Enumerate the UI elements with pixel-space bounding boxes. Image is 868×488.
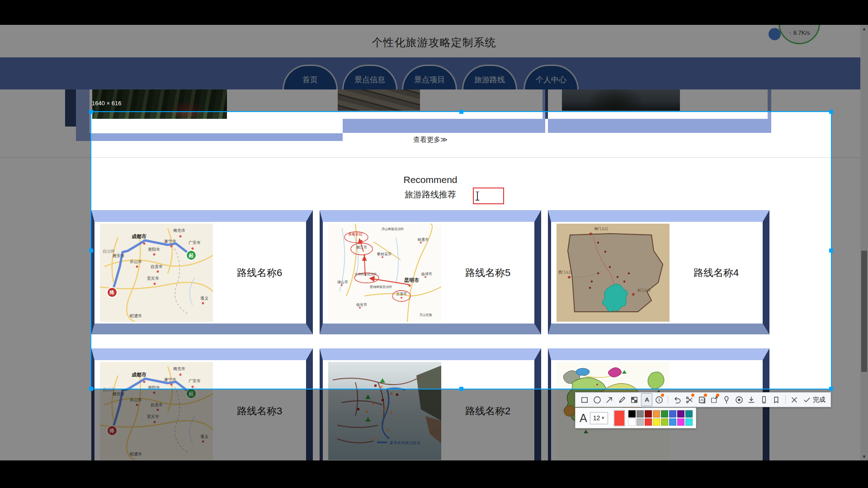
palette-color-6[interactable]: [677, 410, 684, 418]
palette-color-0[interactable]: [628, 410, 636, 418]
palette-color-15[interactable]: [685, 418, 693, 426]
selection-handle-sw[interactable]: [89, 387, 93, 391]
toolbar-separator: [668, 395, 668, 404]
font-size-value: 12: [593, 414, 600, 422]
palette-color-3[interactable]: [653, 410, 660, 418]
font-style-icon[interactable]: A: [580, 412, 587, 425]
new-feature-badge: [716, 394, 719, 397]
selection-handle-e[interactable]: [829, 249, 833, 253]
palette-color-12[interactable]: [661, 418, 668, 426]
palette-color-13[interactable]: [669, 418, 676, 426]
ocr-tool-icon[interactable]: A: [696, 393, 707, 406]
new-feature-badge: [661, 394, 664, 397]
new-feature-badge: [691, 394, 694, 397]
svg-text:A: A: [700, 398, 703, 402]
phone-tool-icon[interactable]: [759, 393, 769, 406]
selection-handle-s[interactable]: [459, 387, 463, 391]
current-color-swatch[interactable]: [613, 410, 625, 427]
dim-overlay-left: [0, 111, 90, 389]
selection-size-label: 1640 × 616: [92, 100, 121, 107]
pencil-tool-icon[interactable]: [616, 393, 627, 406]
selection-handle-se[interactable]: [829, 387, 833, 391]
palette-color-9[interactable]: [637, 418, 644, 426]
selection-handle-w[interactable]: [89, 249, 93, 253]
font-size-select[interactable]: 12 ▼: [590, 412, 608, 424]
palette-color-7[interactable]: [685, 410, 693, 418]
toolbar-separator: [785, 395, 786, 404]
ellipse-tool-icon[interactable]: [591, 393, 602, 406]
new-feature-badge: [704, 394, 707, 397]
svg-text:A: A: [645, 396, 649, 403]
svg-text:1: 1: [658, 398, 660, 402]
palette-color-1[interactable]: [637, 410, 644, 418]
palette-color-10[interactable]: [645, 418, 652, 426]
selection-handle-ne[interactable]: [829, 110, 833, 114]
rectangle-tool-icon[interactable]: [579, 393, 590, 406]
cancel-button-icon[interactable]: [789, 393, 800, 406]
mosaic-tool-icon[interactable]: [629, 393, 640, 406]
bookmark-tool-icon[interactable]: [771, 393, 782, 406]
crop-tool-icon[interactable]: [684, 393, 695, 406]
palette-color-2[interactable]: [645, 410, 652, 418]
step-number-tool-icon[interactable]: 1: [654, 393, 665, 406]
screen: 个性化旅游攻略定制系统 ↑ 8.7K/s 首页 景点信息 景点项目 旅游路线 个…: [0, 0, 868, 488]
color-palette: [628, 410, 693, 426]
text-tool-icon[interactable]: A: [641, 393, 652, 406]
annotation-toolbar: A1A完成: [575, 392, 831, 407]
palette-color-14[interactable]: [677, 418, 684, 426]
palette-color-11[interactable]: [653, 418, 660, 426]
dim-overlay-right: [832, 111, 868, 389]
letterbox-top: [0, 0, 868, 25]
letterbox-bottom: [0, 460, 868, 488]
palette-color-4[interactable]: [661, 410, 668, 418]
confirm-label: 完成: [813, 396, 826, 404]
record-tool-icon[interactable]: [734, 393, 745, 406]
arrow-tool-icon[interactable]: [604, 393, 615, 406]
selection-handle-nw[interactable]: [89, 110, 93, 114]
download-tool-icon[interactable]: [746, 393, 757, 406]
capture-selection[interactable]: [90, 111, 832, 389]
confirm-button-icon[interactable]: 完成: [801, 393, 827, 406]
undo-icon[interactable]: [671, 393, 682, 406]
palette-color-8[interactable]: [628, 418, 636, 426]
chevron-down-icon: ▼: [601, 416, 605, 420]
palette-color-5[interactable]: [669, 410, 676, 418]
selection-handle-n[interactable]: [459, 110, 463, 114]
smart-select-tool-icon[interactable]: [709, 393, 720, 406]
pin-tool-icon[interactable]: [721, 393, 732, 406]
text-options-panel: A 12 ▼: [575, 408, 696, 428]
dim-overlay-top: [0, 25, 868, 111]
